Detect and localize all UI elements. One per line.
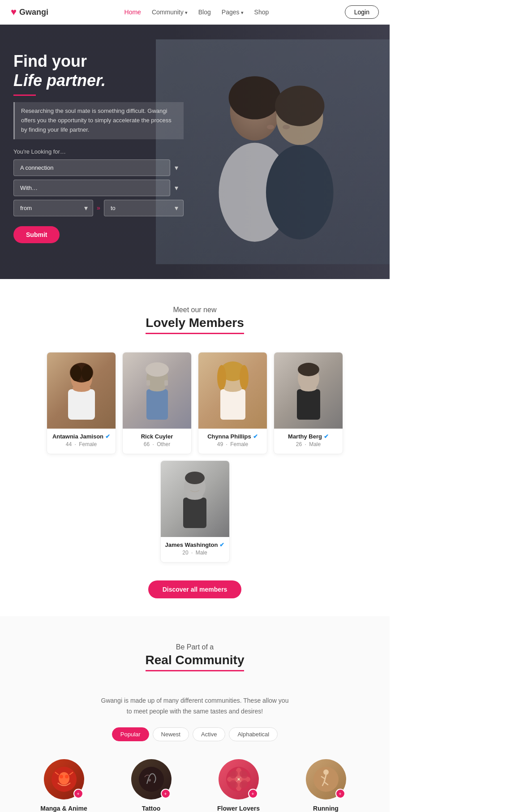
- member-detail-1: 66 · Other: [126, 441, 188, 447]
- group-card-3[interactable]: + Running 3 MEMBERS: [287, 759, 365, 812]
- to-select-wrapper: to 25303540: [104, 200, 184, 216]
- with-select-wrapper: With… A man A woman Anyone: [13, 180, 184, 196]
- svg-point-36: [59, 772, 69, 785]
- member-info-3: Marthy Berg ✔ 26 · Male: [274, 429, 343, 454]
- svg-point-37: [60, 775, 63, 778]
- member-detail-2: 49 · Female: [202, 441, 263, 447]
- svg-point-28: [298, 363, 319, 376]
- tab-popular[interactable]: Popular: [112, 727, 149, 741]
- svg-point-42: [148, 779, 151, 782]
- group-avatar-wrap-2: +: [219, 759, 259, 799]
- login-button[interactable]: Login: [345, 5, 379, 19]
- hero-title-line2: Life partner.: [13, 71, 106, 90]
- svg-rect-19: [146, 380, 150, 386]
- member-card-4[interactable]: James Washington ✔ 20 · Male: [160, 460, 230, 563]
- svg-point-4: [275, 86, 324, 126]
- member-info-1: Rick Cuyler 66 · Other: [123, 429, 191, 454]
- tab-active[interactable]: Active: [193, 727, 225, 741]
- group-avatar-wrap-1: +: [131, 759, 172, 799]
- member-info-4: James Washington ✔ 20 · Male: [161, 537, 229, 562]
- verified-icon-4: ✔: [219, 541, 224, 548]
- member-name-4: James Washington ✔: [164, 541, 226, 548]
- community-tabs: Popular Newest Active Alphabetical: [9, 727, 381, 741]
- verified-icon-2: ✔: [253, 433, 258, 440]
- age-range-row: from 18202530 » to 25303540: [13, 200, 184, 216]
- hero-section: Find your Life partner. Researching the …: [0, 25, 390, 279]
- group-name-1: Tattoo: [112, 805, 190, 812]
- navbar: ♥ Gwangi Home Community Blog Pages Shop …: [0, 0, 390, 25]
- svg-point-41: [139, 767, 164, 792]
- member-name-3: Marthy Berg ✔: [278, 433, 339, 440]
- connection-select-wrapper: A connection A date A friend A partner: [13, 159, 184, 176]
- svg-rect-33: [183, 498, 206, 528]
- from-select[interactable]: from 18202530: [13, 200, 93, 216]
- member-photo-1: [123, 352, 191, 429]
- tab-alphabetical[interactable]: Alphabetical: [229, 727, 278, 741]
- group-badge-3: +: [335, 789, 345, 799]
- hero-title-line1: Find your: [13, 52, 87, 70]
- hero-form: A connection A date A friend A partner W…: [13, 159, 184, 216]
- connection-select[interactable]: A connection A date A friend A partner: [13, 159, 170, 176]
- group-name-2: Flower Lovers: [199, 805, 278, 812]
- group-name-3: Running: [287, 805, 365, 812]
- member-photo-4: [161, 461, 229, 537]
- verified-icon-0: ✔: [105, 433, 110, 440]
- community-subtitle: Be Part of a: [9, 643, 381, 651]
- nav-pages[interactable]: Pages: [222, 9, 244, 16]
- discover-all-button[interactable]: Discover all members: [148, 580, 242, 598]
- svg-point-30: [300, 385, 317, 391]
- member-name-0: Antawnia Jamison ✔: [51, 433, 112, 440]
- svg-point-12: [82, 365, 92, 381]
- members-title: Lovely Members: [146, 316, 244, 334]
- members-section: Meet our new Lovely Members Antawnia Jam…: [0, 279, 390, 616]
- community-title: Real Community: [146, 653, 245, 671]
- to-select[interactable]: to 25303540: [104, 200, 184, 216]
- svg-rect-25: [220, 389, 245, 420]
- group-card-1[interactable]: + Tattoo 15 MEMBERS: [112, 759, 190, 812]
- member-card-0[interactable]: Antawnia Jamison ✔ 44 · Female: [47, 352, 116, 454]
- hero-heading: Find your Life partner.: [13, 52, 184, 90]
- svg-point-54: [323, 769, 329, 775]
- member-card-3[interactable]: Marthy Berg ✔ 26 · Male: [274, 352, 343, 454]
- svg-point-14: [73, 385, 90, 392]
- nav-links: Home Community Blog Pages Shop: [124, 9, 269, 16]
- group-name-0: Manga & Anime: [25, 805, 103, 812]
- members-grid: Antawnia Jamison ✔ 44 · Female: [9, 352, 381, 563]
- looking-for-label: You're Looking for…: [13, 148, 184, 155]
- svg-point-34: [187, 494, 203, 500]
- member-detail-3: 26 · Male: [278, 441, 339, 447]
- groups-grid: + Manga & Anime 46 MEMBERS + Tattoo 15 M…: [9, 759, 381, 812]
- verified-icon-3: ✔: [324, 433, 329, 440]
- group-card-2[interactable]: + Flower Lovers 6 MEMBERS: [199, 759, 278, 812]
- nav-blog[interactable]: Blog: [198, 9, 211, 16]
- submit-button[interactable]: Submit: [13, 226, 60, 243]
- nav-community[interactable]: Community: [152, 9, 188, 16]
- tab-newest[interactable]: Newest: [153, 727, 189, 741]
- group-card-0[interactable]: + Manga & Anime 46 MEMBERS: [25, 759, 103, 812]
- nav-shop[interactable]: Shop: [254, 9, 269, 16]
- svg-point-32: [185, 472, 205, 484]
- svg-point-11: [71, 365, 82, 381]
- group-badge-1: +: [161, 789, 171, 799]
- svg-point-16: [146, 362, 169, 377]
- group-avatar-wrap-0: +: [44, 759, 84, 799]
- member-info-2: Chynna Phillips ✔ 49 · Female: [198, 429, 267, 454]
- group-badge-0: +: [73, 789, 83, 799]
- logo[interactable]: ♥ Gwangi: [11, 6, 48, 18]
- community-section: Be Part of a Real Community Gwangi is ma…: [0, 616, 390, 812]
- svg-point-38: [65, 775, 69, 778]
- member-card-1[interactable]: Rick Cuyler 66 · Other: [122, 352, 192, 454]
- member-card-2[interactable]: Chynna Phillips ✔ 49 · Female: [198, 352, 267, 454]
- with-select[interactable]: With… A man A woman Anyone: [13, 180, 170, 196]
- member-detail-4: 20 · Male: [164, 550, 226, 556]
- nav-home[interactable]: Home: [124, 9, 141, 16]
- hero-description: Researching the soul mate is something d…: [13, 102, 184, 139]
- svg-point-23: [217, 365, 226, 390]
- hero-background: [156, 25, 390, 279]
- svg-point-24: [240, 365, 249, 390]
- svg-point-2: [229, 76, 281, 119]
- svg-point-18: [149, 385, 165, 391]
- community-description: Gwangi is made up of many different comm…: [101, 696, 289, 717]
- svg-rect-13: [68, 389, 95, 420]
- from-select-wrapper: from 18202530: [13, 200, 93, 216]
